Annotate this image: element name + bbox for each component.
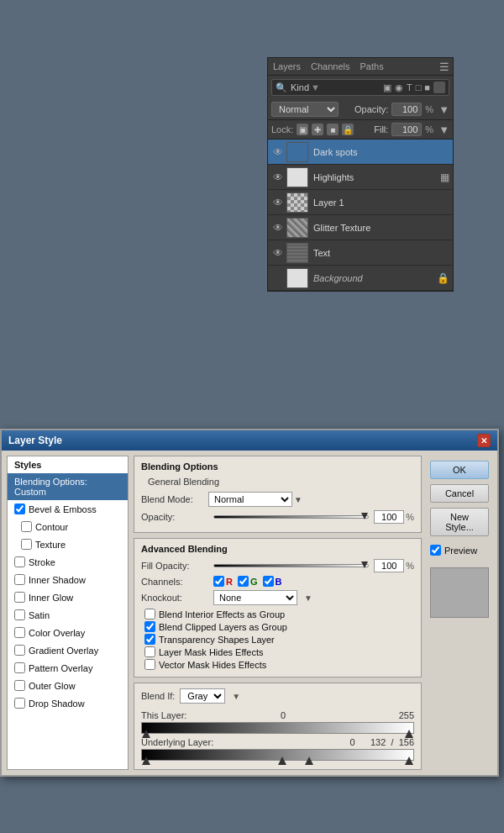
fill-opacity-thumb[interactable] bbox=[361, 561, 368, 568]
filter-switch[interactable] bbox=[433, 82, 445, 93]
layer-row[interactable]: 👁 Highlights ▦ bbox=[268, 165, 453, 190]
styles-list-item-pattern-overlay[interactable]: Pattern Overlay bbox=[8, 659, 128, 677]
new-style-button[interactable]: New Style... bbox=[430, 508, 489, 536]
styles-list-item-color-overlay[interactable]: Color Overlay bbox=[8, 624, 128, 641]
blend-interior-label: Blend Interior Effects as Group bbox=[159, 609, 285, 619]
dialog-body: Styles Blending Options: Custom Bevel & … bbox=[2, 451, 497, 775]
layer-row[interactable]: 👁 Dark spots bbox=[268, 140, 453, 165]
bevel-checkbox[interactable] bbox=[14, 503, 25, 514]
this-layer-labels: This Layer: 0 255 bbox=[141, 710, 414, 720]
inner-shadow-checkbox[interactable] bbox=[14, 574, 25, 585]
tab-layers[interactable]: Layers bbox=[271, 60, 302, 73]
this-layer-slider[interactable] bbox=[141, 722, 414, 734]
opacity-dropdown-icon[interactable]: ▼ bbox=[438, 103, 449, 116]
styles-list-item-bevel[interactable]: Bevel & Emboss bbox=[8, 500, 128, 518]
layer-row[interactable]: 👁 Background 🔒 bbox=[268, 266, 453, 291]
opacity-value-input[interactable] bbox=[374, 510, 404, 524]
outer-glow-checkbox[interactable] bbox=[14, 680, 25, 691]
lock-all-icon[interactable]: 🔒 bbox=[342, 124, 354, 135]
fill-opacity-slider[interactable] bbox=[213, 564, 369, 567]
layer-row[interactable]: 👁 Layer 1 bbox=[268, 190, 453, 215]
underlying-thumb-mid-left[interactable] bbox=[278, 757, 286, 765]
channel-g-label: G bbox=[250, 577, 258, 587]
filter-shape-icon[interactable]: □ bbox=[416, 82, 422, 92]
lock-pixels-icon[interactable]: ▣ bbox=[297, 124, 308, 135]
styles-list-item-texture[interactable]: Texture bbox=[8, 535, 128, 553]
kind-dropdown-arrow[interactable]: ▼ bbox=[311, 82, 320, 92]
stroke-checkbox[interactable] bbox=[14, 556, 25, 567]
layers-panel-menu-icon[interactable]: ☰ bbox=[439, 61, 449, 73]
fill-input[interactable] bbox=[391, 123, 422, 136]
styles-list-item-inner-shadow[interactable]: Inner Shadow bbox=[8, 571, 128, 588]
underlying-thumb-right[interactable] bbox=[405, 757, 413, 765]
styles-list-header[interactable]: Styles bbox=[8, 456, 128, 473]
filter-smart-icon[interactable]: ■ bbox=[424, 82, 430, 92]
styles-list-item-stroke[interactable]: Stroke bbox=[8, 553, 128, 571]
styles-list-item-satin[interactable]: Satin bbox=[8, 606, 128, 624]
layer-row[interactable]: 👁 Text bbox=[268, 240, 453, 266]
pattern-overlay-checkbox[interactable] bbox=[14, 662, 25, 673]
blend-if-select[interactable]: Gray bbox=[180, 688, 225, 704]
underlying-thumb-left[interactable] bbox=[142, 757, 150, 765]
this-layer-thumb-right[interactable] bbox=[405, 730, 413, 738]
gradient-overlay-checkbox[interactable] bbox=[14, 645, 25, 656]
dialog-title: Layer Style bbox=[8, 435, 62, 446]
layer-visibility-eye[interactable]: 👁 bbox=[271, 196, 285, 209]
styles-list-item-inner-glow[interactable]: Inner Glow bbox=[8, 588, 128, 606]
underlying-thumb-mid-right[interactable] bbox=[305, 757, 313, 765]
preview-checkbox[interactable] bbox=[430, 545, 441, 556]
channel-b-checkbox[interactable] bbox=[263, 576, 274, 587]
styles-list-item-blending[interactable]: Blending Options: Custom bbox=[8, 473, 128, 500]
layer-visibility-eye[interactable]: 👁 bbox=[271, 221, 285, 235]
contour-checkbox[interactable] bbox=[21, 521, 32, 532]
knockout-select[interactable]: None bbox=[213, 590, 297, 605]
blend-clipped-row: Blend Clipped Layers as Group bbox=[141, 621, 414, 632]
styles-list-item-contour[interactable]: Contour bbox=[8, 518, 128, 535]
styles-list-item-outer-glow[interactable]: Outer Glow bbox=[8, 677, 128, 694]
lock-position-icon[interactable]: ✚ bbox=[312, 124, 323, 135]
ok-button[interactable]: OK bbox=[430, 461, 489, 479]
fill-dropdown-icon[interactable]: ▼ bbox=[438, 124, 449, 136]
channel-g-checkbox[interactable] bbox=[238, 576, 249, 587]
inner-glow-checkbox[interactable] bbox=[14, 592, 25, 603]
cancel-button[interactable]: Cancel bbox=[430, 484, 489, 503]
lock-transform-icon[interactable]: ■ bbox=[327, 124, 339, 135]
drop-shadow-checkbox[interactable] bbox=[14, 698, 25, 709]
blend-clipped-checkbox[interactable] bbox=[144, 621, 155, 632]
close-button[interactable]: ✕ bbox=[477, 434, 491, 447]
layer-visibility-eye[interactable]: 👁 bbox=[271, 246, 285, 260]
channels-label: Channels: bbox=[141, 577, 208, 587]
blend-interior-checkbox[interactable] bbox=[144, 609, 155, 619]
opacity-slider-thumb[interactable] bbox=[361, 513, 368, 519]
filter-pixel-icon[interactable]: ▣ bbox=[383, 82, 391, 93]
color-overlay-checkbox[interactable] bbox=[14, 627, 25, 638]
channel-r-checkbox[interactable] bbox=[213, 576, 224, 587]
tab-paths[interactable]: Paths bbox=[359, 60, 386, 73]
opacity-input[interactable] bbox=[391, 103, 422, 116]
tab-channels[interactable]: Channels bbox=[309, 60, 351, 73]
filter-adjust-icon[interactable]: ◉ bbox=[395, 82, 403, 93]
satin-checkbox[interactable] bbox=[14, 609, 25, 620]
layer-name: Text bbox=[313, 248, 449, 258]
fill-opacity-input[interactable] bbox=[374, 559, 404, 572]
styles-list-item-gradient-overlay[interactable]: Gradient Overlay bbox=[8, 641, 128, 659]
blend-mode-dropdown[interactable]: Normal bbox=[208, 492, 292, 507]
filter-type-icon[interactable]: T bbox=[407, 82, 412, 92]
underlying-layer-slider[interactable] bbox=[141, 749, 414, 761]
knockout-arrow[interactable]: ▼ bbox=[304, 593, 312, 603]
layer-visibility-eye[interactable]: 👁 bbox=[271, 171, 285, 184]
layer-visibility-eye[interactable]: 👁 bbox=[271, 145, 285, 159]
styles-list-item-drop-shadow[interactable]: Drop Shadow bbox=[8, 694, 128, 712]
transparency-shapes-checkbox[interactable] bbox=[144, 634, 155, 645]
layer-visibility-eye-off[interactable]: 👁 bbox=[271, 272, 285, 285]
opacity-slider[interactable] bbox=[213, 515, 369, 519]
layer-thumbnail bbox=[286, 218, 308, 238]
layer-row[interactable]: 👁 Glitter Texture bbox=[268, 215, 453, 240]
texture-checkbox[interactable] bbox=[21, 539, 32, 550]
blend-mode-select[interactable]: Normal bbox=[271, 102, 339, 117]
blend-if-arrow[interactable]: ▼ bbox=[232, 692, 240, 701]
this-layer-thumb-left[interactable] bbox=[142, 730, 150, 738]
blend-mode-arrow[interactable]: ▼ bbox=[294, 495, 302, 504]
vector-mask-checkbox[interactable] bbox=[144, 659, 155, 670]
layer-mask-checkbox[interactable] bbox=[144, 646, 155, 657]
